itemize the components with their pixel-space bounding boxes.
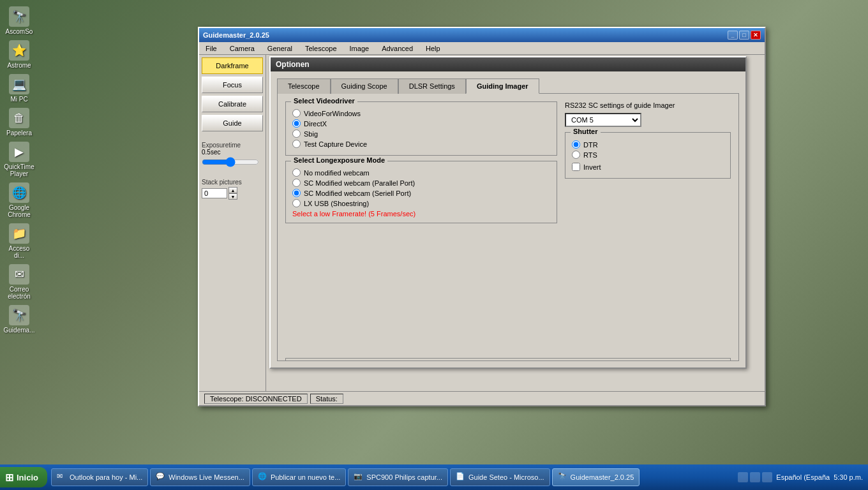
com-select[interactable]: COM 1 COM 2 COM 3 COM 4 COM 5 [565, 113, 641, 127]
taskbar-item-label: Windows Live Messen... [168, 473, 244, 481]
menu-advanced[interactable]: Advanced [378, 43, 417, 54]
sidebar-btn-darkframe[interactable]: Darkframe [202, 57, 263, 74]
radio-sc-seriell: SC Modified webcam (Seriell Port) [292, 189, 550, 197]
desktop-icon-access[interactable]: 📁 Acceso di... [3, 223, 35, 259]
longexposure-legend: Select Longexposure Mode [291, 156, 387, 164]
guide-main-content: Darkframe Focus Calibrate Guide Exposure… [199, 55, 765, 404]
guide-sidebar: Darkframe Focus Calibrate Guide Exposure… [199, 55, 266, 404]
radio-sc-parallel-input[interactable] [292, 179, 301, 187]
radio-videoforwindows-input[interactable] [292, 109, 301, 117]
desktop-icon-mail[interactable]: ✉ Correo electrón [3, 264, 35, 300]
menu-file[interactable]: File [202, 43, 221, 54]
stack-pictures-label: Stack pictures [202, 179, 263, 186]
sidebar-btn-calibrate[interactable]: Calibrate [202, 96, 263, 112]
guidemaster-window: Guidemaster_2.0.25 _ □ ✕ File Camera Gen… [198, 27, 766, 406]
outlook-icon: ✉ [57, 472, 67, 482]
com-row: COM 1 COM 2 COM 3 COM 4 COM 5 [565, 113, 731, 127]
taskbar-item-word[interactable]: 📄 Guide Seteo - Microso... [450, 468, 550, 486]
tray-icon-1 [738, 472, 748, 482]
exposuretime-slider[interactable] [202, 157, 259, 167]
tab-guiding-imager[interactable]: Guiding Imager [466, 78, 539, 94]
stack-pictures-input[interactable] [202, 188, 227, 198]
tray-icons [738, 472, 772, 482]
radio-no-modified: No modified webcam [292, 168, 550, 177]
radio-no-modified-input[interactable] [292, 168, 301, 177]
desktop-icon-ascomso[interactable]: 🔭 AscomSo [3, 6, 35, 35]
videodriver-group: Select Videodriver VideoForWindows Direc… [285, 101, 557, 156]
guidemaster-title-bar: Guidemaster_2.0.25 _ □ ✕ [199, 28, 765, 42]
windows-icon: ⊞ [5, 471, 13, 484]
desktop-icon-astrome[interactable]: ⭐ Astrome [3, 40, 35, 69]
radio-sc-parallel: SC Modified webcam (Parallel Port) [292, 179, 550, 187]
menu-image[interactable]: Image [346, 43, 373, 54]
desktop-icon-label: AscomSo [6, 28, 33, 35]
taskbar: ⊞ Inicio ✉ Outlook para hoy - Mi... 💬 Wi… [0, 464, 868, 490]
radio-sc-seriell-label: SC Modified webcam (Seriell Port) [304, 189, 411, 197]
menu-telescope[interactable]: Telescope [301, 43, 341, 54]
desktop-icon-trash[interactable]: 🗑 Papelera [3, 108, 35, 137]
taskbar-item-spc900[interactable]: 📷 SPC900 Philips captur... [348, 468, 448, 486]
desktop-icon-chrome[interactable]: 🌐 Google Chrome [3, 182, 35, 218]
taskbar-item-messenger[interactable]: 💬 Windows Live Messen... [150, 468, 250, 486]
radio-rts-input[interactable] [572, 151, 580, 159]
tab-guiding-scope[interactable]: Guiding Scope [331, 78, 398, 94]
tab-telescope[interactable]: Telescope [277, 78, 331, 94]
radio-sc-seriell-input[interactable] [292, 189, 301, 197]
quicktime-icon: ▶ [9, 142, 29, 162]
radio-sbig-label: Sbig [304, 130, 318, 138]
close-button[interactable]: ✕ [751, 31, 761, 40]
taskbar-item-guidemaster[interactable]: 🔭 Guidemaster_2.0.25 [552, 468, 640, 486]
start-button[interactable]: ⊞ Inicio [0, 467, 47, 487]
optionen-title-text: Optionen [276, 60, 310, 69]
ccd-pixel-size-row: CCD Pixel Size: X: um Y: um [285, 358, 731, 361]
taskbar-items: ✉ Outlook para hoy - Mi... 💬 Windows Liv… [51, 468, 738, 486]
taskbar-item-label: Guidemaster_2.0.25 [571, 473, 634, 481]
stack-increment-button[interactable]: ▲ [228, 187, 237, 193]
guidemaster-title: Guidemaster_2.0.25 [203, 31, 269, 39]
desktop-icon-mypc[interactable]: 💻 Mi PC [3, 74, 35, 103]
shutter-legend: Shutter [571, 128, 601, 135]
tray-icon-2 [750, 472, 760, 482]
guidemaster-icon: 🔭 [9, 305, 29, 325]
desktop-icon-label: Astrome [7, 62, 31, 69]
desktop-icon-label: Google Chrome [3, 204, 35, 218]
radio-testcapture-input[interactable] [292, 140, 301, 148]
menu-help[interactable]: Help [422, 43, 444, 54]
invert-checkbox[interactable] [572, 163, 580, 171]
radio-videoforwindows-label: VideoForWindows [304, 110, 361, 117]
radio-dtr-input[interactable] [572, 140, 580, 149]
ascomso-icon: 🔭 [9, 6, 29, 27]
radio-sbig-input[interactable] [292, 130, 301, 138]
desktop-icon-quicktime[interactable]: ▶ QuickTime Player [3, 142, 35, 177]
shutter-radios: DTR RTS [572, 140, 724, 159]
sidebar-btn-guide[interactable]: Guide [202, 115, 263, 131]
exposuretime-value: 0.5sec [202, 149, 263, 156]
stack-decrement-button[interactable]: ▼ [228, 193, 237, 200]
stack-spin-buttons: ▲ ▼ [228, 187, 237, 200]
menu-camera[interactable]: Camera [226, 43, 258, 54]
desktop-icon-guidemaster[interactable]: 🔭 Guidema... [3, 305, 35, 334]
maximize-button[interactable]: □ [739, 31, 749, 40]
desktop-icon-label: Guidema... [4, 327, 35, 334]
taskbar-item-publish[interactable]: 🌐 Publicar un nuevo te... [252, 468, 346, 486]
stack-section: Stack pictures ▲ ▼ [202, 176, 263, 200]
radio-sbig: Sbig [292, 130, 550, 138]
radio-directx-input[interactable] [292, 119, 301, 128]
minimize-button[interactable]: _ [728, 31, 738, 40]
radio-no-modified-label: No modified webcam [304, 169, 370, 177]
spc900-icon: 📷 [354, 472, 364, 482]
taskbar-item-outlook[interactable]: ✉ Outlook para hoy - Mi... [51, 468, 148, 486]
optionen-title-bar: Optionen [271, 57, 745, 71]
start-label: Inicio [17, 473, 38, 482]
desktop-icon-label: QuickTime Player [3, 163, 35, 177]
radio-rts: RTS [572, 151, 724, 159]
tab-dlsr-settings[interactable]: DLSR Settings [398, 78, 466, 94]
invert-row: Invert [572, 163, 724, 171]
radio-testcapture: Test Capture Device [292, 140, 550, 148]
radio-lx-usb-input[interactable] [292, 199, 301, 207]
taskbar-item-label: Outlook para hoy - Mi... [70, 473, 142, 481]
menu-bar: File Camera General Telescope Image Adva… [199, 42, 765, 55]
menu-general[interactable]: General [264, 43, 296, 54]
sidebar-btn-focus[interactable]: Focus [202, 77, 263, 93]
taskbar-item-label: SPC900 Philips captur... [366, 473, 442, 481]
